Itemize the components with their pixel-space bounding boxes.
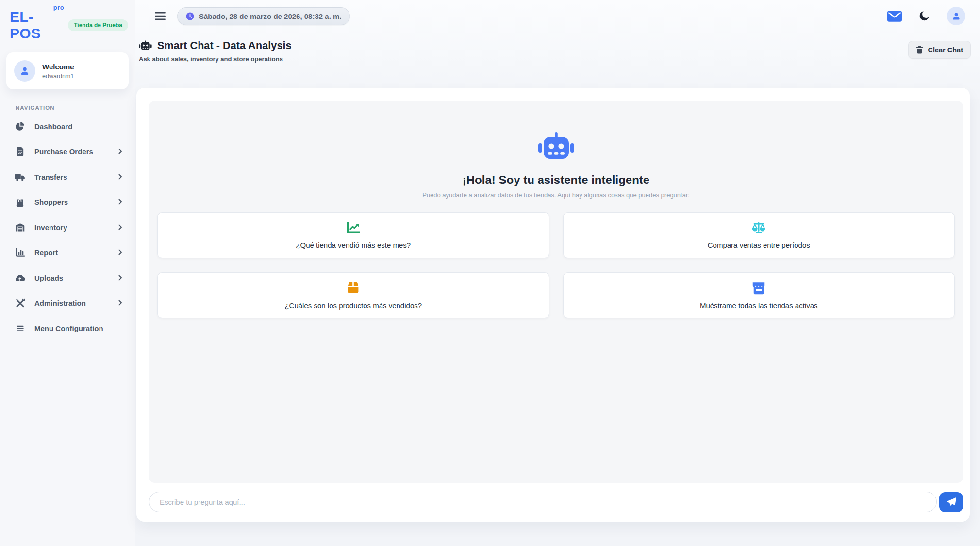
chevron-right-icon <box>118 300 122 306</box>
robot-icon <box>538 132 575 163</box>
chevron-right-icon <box>118 149 122 154</box>
store-badge: Tienda de Prueba <box>68 19 128 31</box>
store-icon <box>751 281 766 295</box>
sidebar-item-shoppers[interactable]: Shoppers <box>0 189 135 215</box>
brand-logo: EL-POS pro <box>10 9 61 42</box>
datetime-pill: Sábado, 28 de marzo de 2026, 08:32 a. m. <box>177 7 350 25</box>
suggestion-active-stores[interactable]: Muéstrame todas las tiendas activas <box>563 272 955 318</box>
topbar: Sábado, 28 de marzo de 2026, 08:32 a. m. <box>135 0 980 32</box>
chat-greeting: ¡Hola! Soy tu asistente inteligente <box>463 173 649 187</box>
paper-plane-icon <box>947 497 956 507</box>
brand-row: EL-POS pro Tienda de Prueba <box>0 5 135 47</box>
sidebar-nav: Dashboard Purchase Orders <box>0 114 135 341</box>
brand-name: EL-POS <box>10 9 41 41</box>
chat-input[interactable] <box>149 492 937 512</box>
clear-chat-label: Clear Chat <box>928 46 963 54</box>
suggestion-top-store[interactable]: ¿Qué tienda vendió más este mes? <box>157 212 549 258</box>
chevron-right-icon <box>118 275 122 281</box>
chart-pie-icon <box>15 121 25 131</box>
send-button[interactable] <box>939 492 963 512</box>
sidebar-item-purchase-orders[interactable]: Purchase Orders <box>0 139 135 164</box>
sidebar: EL-POS pro Tienda de Prueba Welcome edwa… <box>0 0 135 546</box>
chart-line-icon <box>346 222 361 234</box>
chat-empty-state: ¡Hola! Soy tu asistente inteligente Pued… <box>149 101 963 483</box>
page-subtitle: Ask about sales, inventory and store ope… <box>139 55 292 63</box>
sidebar-item-uploads[interactable]: Uploads <box>0 265 135 290</box>
sidebar-item-administration[interactable]: Administration <box>0 290 135 315</box>
cloud-upload-icon <box>15 273 25 282</box>
user-meta: Welcome edwardnm1 <box>42 63 74 80</box>
app-root: EL-POS pro Tienda de Prueba Welcome edwa… <box>0 0 980 546</box>
suggestion-compare-periods[interactable]: Compara ventas entre períodos <box>563 212 955 258</box>
moon-icon[interactable] <box>918 10 930 22</box>
chevron-right-icon <box>118 249 122 255</box>
chevron-right-icon <box>118 174 122 180</box>
suggestion-cards: ¿Qué tienda vendió más este mes? <box>157 212 955 318</box>
robot-icon <box>139 40 152 51</box>
trash-icon <box>916 46 923 54</box>
sidebar-item-report[interactable]: Report <box>0 240 135 265</box>
welcome-text: Welcome <box>42 63 74 71</box>
hamburger-icon[interactable] <box>154 12 166 20</box>
chevron-right-icon <box>118 199 122 205</box>
sidebar-item-menu-configuration[interactable]: Menu Configuration <box>0 315 135 341</box>
clear-chat-button[interactable]: Clear Chat <box>908 41 971 59</box>
menu-lines-icon <box>15 324 25 333</box>
page-title: Smart Chat - Data Analysis <box>157 40 292 52</box>
chat-panel: ¡Hola! Soy tu asistente inteligente Pued… <box>136 88 970 522</box>
user-avatar-icon <box>14 60 35 82</box>
username-text: edwardnm1 <box>42 73 74 80</box>
sidebar-item-transfers[interactable]: Transfers <box>0 164 135 189</box>
page-head: Smart Chat - Data Analysis Ask about sal… <box>139 40 971 63</box>
truck-icon <box>15 172 25 182</box>
chart-column-icon <box>15 248 25 257</box>
datetime-text: Sábado, 28 de marzo de 2026, 08:32 a. m. <box>199 12 341 20</box>
chat-input-row <box>149 492 963 512</box>
nav-section-label: NAVIGATION <box>16 105 135 111</box>
topbar-actions <box>887 7 965 25</box>
balance-scale-icon <box>751 222 766 234</box>
suggestion-top-products[interactable]: ¿Cuáles son los productos más vendidos? <box>157 272 549 318</box>
user-card[interactable]: Welcome edwardnm1 <box>6 52 129 89</box>
shopping-bag-icon <box>15 197 25 207</box>
clock-icon <box>186 12 194 20</box>
sidebar-item-inventory[interactable]: Inventory <box>0 215 135 240</box>
mail-icon[interactable] <box>887 11 902 22</box>
user-avatar-icon[interactable] <box>947 7 965 25</box>
box-icon <box>346 281 360 295</box>
tools-icon <box>15 298 25 308</box>
chat-helper-text: Puedo ayudarte a analizar datos de tus t… <box>422 191 690 199</box>
sidebar-item-dashboard[interactable]: Dashboard <box>0 114 135 139</box>
file-invoice-icon <box>15 146 25 157</box>
brand-pro-superscript: pro <box>53 4 64 11</box>
chevron-right-icon <box>118 224 122 230</box>
main-area: Sábado, 28 de marzo de 2026, 08:32 a. m. <box>135 0 980 546</box>
warehouse-icon <box>15 222 25 232</box>
